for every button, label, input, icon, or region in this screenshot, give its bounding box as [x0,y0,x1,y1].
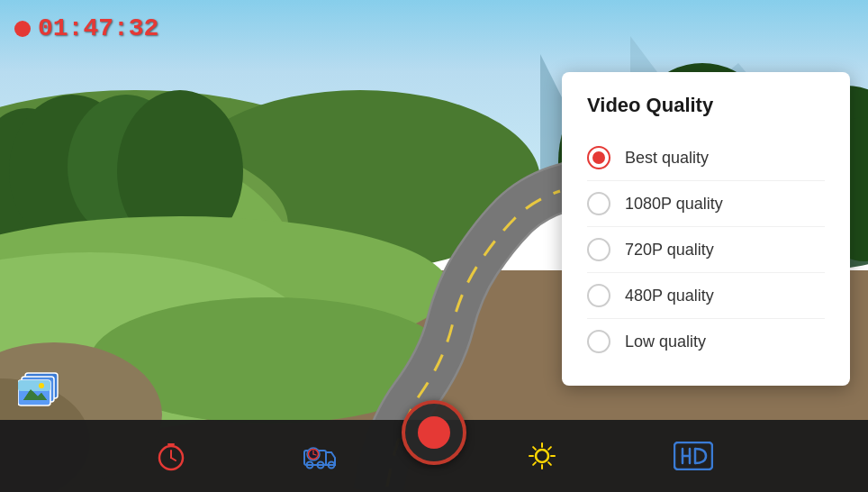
recording-timer: 01:47:32 [38,14,158,42]
radio-480p[interactable] [587,284,610,307]
quality-label-720p: 720P quality [625,241,714,260]
quality-option-low[interactable]: Low quality [587,319,825,364]
svg-point-33 [39,383,44,388]
svg-point-46 [536,450,548,462]
svg-line-53 [548,447,551,450]
svg-line-52 [548,462,551,465]
brightness-icon-button[interactable] [526,440,558,472]
quality-label-1080p: 1080P quality [625,195,723,214]
gallery-icon[interactable] [18,368,65,411]
hd-icon-button[interactable] [674,442,713,470]
quality-label-best: Best quality [625,149,709,168]
quality-option-480p[interactable]: 480P quality [587,273,825,319]
timer-icon-button[interactable] [155,440,187,472]
svg-line-51 [533,447,536,450]
radio-low[interactable] [587,330,610,353]
recording-indicator: 01:47:32 [14,14,158,42]
record-button-inner [418,416,450,449]
radio-1080p[interactable] [587,192,610,215]
delivery-icon-button[interactable] [303,440,339,472]
recording-dot [14,21,31,37]
svg-rect-31 [18,380,50,391]
radio-best[interactable] [587,146,610,169]
svg-line-54 [533,462,536,465]
record-button-container [402,400,466,465]
quality-option-1080p[interactable]: 1080P quality [587,181,825,227]
radio-720p[interactable] [587,238,610,261]
radio-inner-best [592,151,605,164]
svg-line-36 [171,458,176,460]
quality-label-low: Low quality [625,333,706,351]
quality-option-best[interactable]: Best quality [587,135,825,181]
quality-option-720p[interactable]: 720P quality [587,227,825,273]
quality-panel-title: Video Quality [587,94,825,117]
record-button[interactable] [402,400,466,465]
quality-panel: Video Quality Best quality 1080P quality… [562,72,850,386]
quality-label-480p: 480P quality [625,287,714,305]
